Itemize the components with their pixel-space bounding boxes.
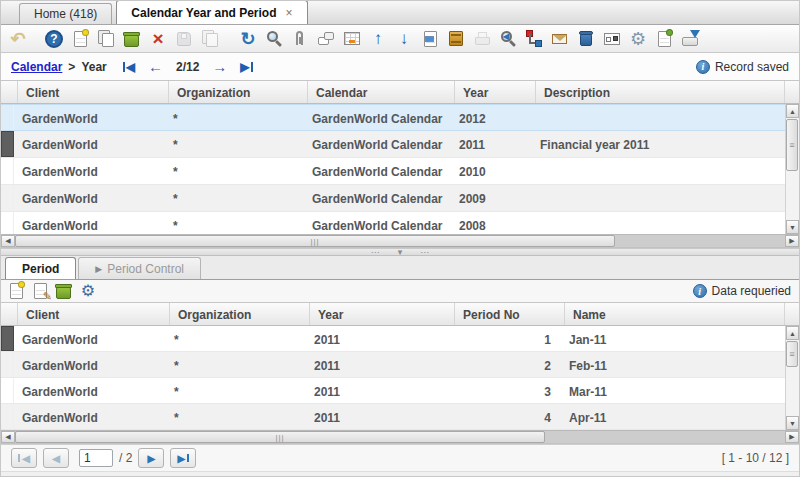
vertical-scrollbar-thumb[interactable]: ≡	[786, 341, 798, 367]
column-header-year[interactable]: Year	[310, 303, 455, 325]
header-stub	[785, 303, 799, 325]
tab-period-control[interactable]: ▶ Period Control	[78, 257, 201, 279]
last-record-button[interactable]: ▶	[240, 60, 252, 74]
archive-documents-icon[interactable]	[445, 28, 467, 50]
column-header-client[interactable]: Client	[18, 303, 170, 325]
new-record-icon[interactable]	[69, 28, 91, 50]
zoom-across-icon[interactable]: ◀	[497, 28, 519, 50]
scroll-right-button[interactable]: ▶	[785, 431, 799, 443]
cell: *	[166, 378, 306, 403]
scroll-up-button[interactable]: ▲	[786, 104, 799, 118]
scrollbar-track[interactable]	[615, 235, 785, 247]
delete-icon[interactable]	[53, 280, 75, 302]
cell: 2011	[306, 326, 451, 351]
first-record-button[interactable]: ◀	[123, 60, 135, 74]
next-page-button[interactable]: ▶	[138, 448, 164, 468]
previous-page-button[interactable]: ◀	[43, 448, 69, 468]
column-header-period-no[interactable]: Period No	[455, 303, 565, 325]
column-header-year[interactable]: Year	[455, 81, 536, 103]
undo-icon[interactable]: ↶	[7, 28, 29, 50]
table-row[interactable]: GardenWorld*GardenWorld Calendar2009	[1, 185, 785, 212]
tab-home[interactable]: Home (418)	[19, 3, 112, 24]
page-number-input[interactable]	[79, 449, 113, 467]
vertical-scrollbar[interactable]: ▲ ≡ ▼	[785, 104, 799, 234]
breadcrumb-parent-link[interactable]: Calendar	[11, 60, 62, 74]
archive-icon[interactable]	[575, 28, 597, 50]
print-icon[interactable]	[471, 28, 493, 50]
delete-record-icon[interactable]	[121, 28, 143, 50]
next-record-button[interactable]: →	[212, 58, 227, 75]
scroll-down-button[interactable]: ▼	[786, 220, 799, 234]
scroll-down-button[interactable]: ▼	[786, 416, 799, 430]
process-icon[interactable]: ⚙	[627, 28, 649, 50]
scrollbar-track[interactable]	[545, 431, 785, 443]
column-header-calendar[interactable]: Calendar	[308, 81, 455, 103]
info-icon: i	[696, 60, 710, 74]
main-toolbar: ↶?×↻↑↓◀⚙	[1, 25, 799, 53]
scroll-left-button[interactable]: ◀	[1, 235, 15, 247]
requests-icon[interactable]	[549, 28, 571, 50]
edit-icon[interactable]: ✎	[29, 280, 51, 302]
process-icon[interactable]: ⚙	[77, 280, 99, 302]
last-page-icon: ▶	[177, 453, 185, 464]
grid-toggle-icon[interactable]	[341, 28, 363, 50]
column-header-organization[interactable]: Organization	[169, 81, 308, 103]
table-row[interactable]: GardenWorld*20113Mar-11	[1, 378, 785, 404]
last-page-button[interactable]: ▶	[170, 448, 196, 468]
splitter-collapse-icon[interactable]: ▾	[398, 250, 403, 255]
vertical-scrollbar[interactable]: ▲ ≡ ▼	[785, 326, 799, 430]
horizontal-scrollbar[interactable]: ◀ ||| ▶	[1, 430, 799, 444]
year-table-header: ClientOrganizationCalendarYearDescriptio…	[1, 80, 799, 104]
chat-icon[interactable]	[315, 28, 337, 50]
horizontal-scrollbar-thumb[interactable]: |||	[15, 431, 545, 443]
cell: Jan-11	[561, 326, 785, 351]
detail-record-icon[interactable]: ↓	[393, 28, 415, 50]
first-page-button[interactable]: ◀	[11, 448, 37, 468]
find-icon[interactable]	[263, 28, 285, 50]
save-create-new-icon[interactable]	[199, 28, 221, 50]
scroll-left-button[interactable]: ◀	[1, 431, 15, 443]
panel-splitter[interactable]: ··· ▾ ···	[1, 248, 799, 256]
column-header-client[interactable]: Client	[18, 81, 169, 103]
scrollbar-track[interactable]	[786, 367, 799, 416]
horizontal-scrollbar[interactable]: ◀ ||| ▶	[1, 234, 799, 248]
column-header-description[interactable]: Description	[536, 81, 785, 103]
scrollbar-track[interactable]	[786, 171, 799, 220]
export-data-icon[interactable]	[679, 28, 701, 50]
new-icon[interactable]	[5, 280, 27, 302]
report-icon[interactable]	[419, 28, 441, 50]
delete-selection-icon[interactable]: ×	[147, 28, 169, 50]
scroll-up-button[interactable]: ▲	[786, 326, 799, 340]
tab-period[interactable]: Period	[5, 257, 76, 279]
help-icon[interactable]: ?	[45, 30, 63, 48]
export-icon[interactable]	[653, 28, 675, 50]
customize-window-icon[interactable]	[601, 28, 623, 50]
column-header-organization[interactable]: Organization	[170, 303, 310, 325]
save-icon[interactable]	[173, 28, 195, 50]
tab-calendar-year-and-period[interactable]: Calendar Year and Period ×	[116, 0, 307, 24]
table-row[interactable]: GardenWorld*GardenWorld Calendar2008	[1, 212, 785, 234]
parent-record-icon[interactable]: ↑	[367, 28, 389, 50]
workflow-icon[interactable]	[523, 28, 545, 50]
cell: GardenWorld	[14, 326, 166, 351]
close-tab-icon[interactable]: ×	[286, 6, 293, 20]
table-row[interactable]: GardenWorld*GardenWorld Calendar2011Fina…	[1, 131, 785, 158]
refresh-icon[interactable]: ↻	[237, 28, 259, 50]
copy-record-icon[interactable]	[95, 28, 117, 50]
table-row[interactable]: GardenWorld*GardenWorld Calendar2010	[1, 158, 785, 185]
previous-record-button[interactable]: ←	[148, 58, 163, 75]
horizontal-scrollbar-thumb[interactable]: |||	[15, 235, 615, 247]
table-row[interactable]: GardenWorld*20111Jan-11	[1, 326, 785, 352]
table-row[interactable]: GardenWorld*20112Feb-11	[1, 352, 785, 378]
table-row[interactable]: GardenWorld*GardenWorld Calendar2012	[1, 104, 785, 131]
scroll-right-button[interactable]: ▶	[785, 235, 799, 247]
table-row[interactable]: GardenWorld*20114Apr-11	[1, 404, 785, 430]
vertical-scrollbar-thumb[interactable]: ≡	[786, 119, 798, 171]
cell: GardenWorld Calendar	[304, 185, 451, 211]
cell	[532, 105, 785, 130]
period-table: ClientOrganizationYearPeriod NoName Gard…	[1, 302, 799, 430]
attachment-icon[interactable]	[289, 28, 311, 50]
column-header-name[interactable]: Name	[565, 303, 785, 325]
last-record-icon: ▶	[240, 60, 249, 74]
cell: *	[165, 131, 304, 157]
